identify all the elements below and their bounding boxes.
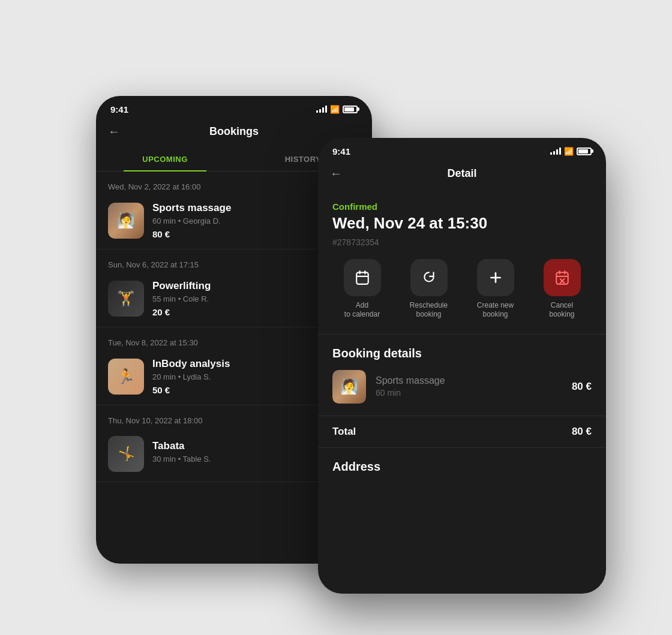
detail-service-price: 80 € [572,381,592,393]
massage-thumb-img: 🧖 [108,203,144,239]
battery-icon-front [577,148,592,155]
calendar-icon [355,270,370,285]
create-label: Create newbooking [477,301,514,320]
time-back: 9:41 [110,104,128,115]
action-add-calendar: Addto calendar [332,259,392,320]
detail-service-name: Sports massage [376,375,562,386]
detail-service-duration: 60 min [376,388,562,398]
booking-details-title: Booking details [318,347,606,370]
inbody-thumb-img: 🏃 [108,359,144,395]
add-calendar-button[interactable] [344,259,381,296]
detail-back-button[interactable]: ← [330,167,342,180]
actions-row: Addto calendar Reschedulebooking [318,259,606,334]
cancel-label: Cancelbooking [549,301,574,320]
add-calendar-label: Addto calendar [344,301,380,320]
reschedule-label: Reschedulebooking [410,301,448,320]
reschedule-icon [421,270,437,285]
booking-thumb-2: 🏋 [108,281,144,317]
svg-rect-0 [356,272,368,284]
tabata-thumb-img: 🤸 [108,436,144,472]
detail-service-item: 🧖 Sports massage 60 min 80 € [318,370,606,416]
status-bar-front: 9:41 📶 [318,138,606,161]
detail-service-thumb: 🧖 [332,370,366,404]
status-bar-back: 9:41 📶 [96,96,372,119]
action-cancel: Cancelbooking [532,259,592,320]
cancel-icon [554,270,570,285]
back-button[interactable]: ← [108,125,120,139]
cancel-button[interactable] [544,259,581,296]
detail-phone: 9:41 📶 ← Detail Confirmed Wed, Nov 24 at… [318,138,606,594]
power-thumb-img: 🏋 [108,281,144,317]
detail-title: Detail [447,167,476,180]
bookings-title: Bookings [209,125,259,138]
booking-thumb-4: 🤸 [108,436,144,472]
svg-rect-6 [556,272,568,284]
status-icons-back: 📶 [316,105,358,114]
time-front: 9:41 [332,146,350,157]
detail-service-img: 🧖 [332,370,366,404]
signal-icon-front [550,148,561,155]
total-label: Total [332,426,356,438]
action-create: Create newbooking [466,259,525,320]
booking-id: #278732354 [318,237,606,259]
divider-1 [318,334,606,335]
address-section: Address [318,448,606,486]
booking-thumb-3: 🏃 [108,359,144,395]
wifi-icon-front: 📶 [564,147,574,156]
reschedule-button[interactable] [410,259,448,296]
battery-icon [343,106,358,113]
detail-date: Wed, Nov 24 at 15:30 [318,214,606,237]
signal-icon [316,106,327,113]
detail-header: ← Detail [318,161,606,189]
tab-upcoming[interactable]: UPCOMING [96,148,234,171]
address-title: Address [332,460,592,474]
status-icons-front: 📶 [550,147,592,156]
confirmed-badge: Confirmed [318,189,606,214]
total-row: Total 80 € [318,416,606,448]
detail-service-info: Sports massage 60 min [376,375,562,398]
action-reschedule: Reschedulebooking [399,259,458,320]
create-icon [488,270,503,285]
total-amount: 80 € [572,426,592,438]
wifi-icon: 📶 [330,105,340,114]
create-button[interactable] [477,259,514,296]
booking-thumb-1: 🧖 [108,203,144,239]
